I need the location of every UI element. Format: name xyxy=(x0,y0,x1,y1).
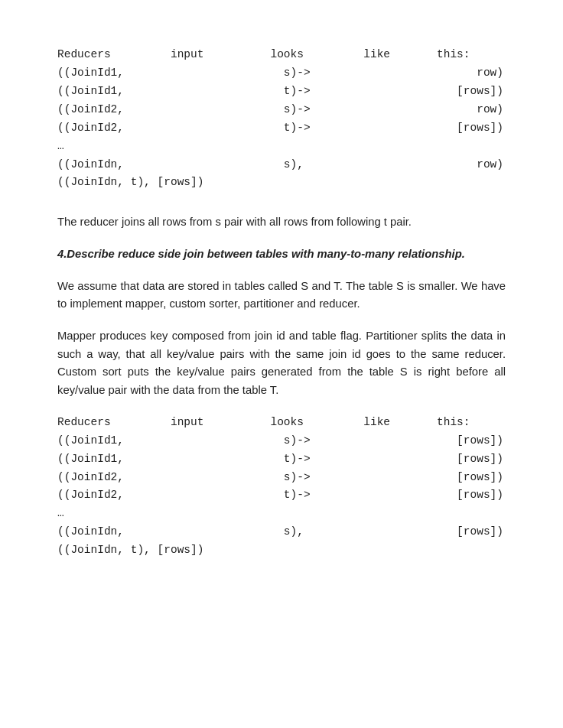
paragraph-1: The reducer joins all rows from s pair w… xyxy=(57,213,506,232)
para-2-text: We assume that data are stored in tables… xyxy=(57,278,506,314)
code-section-2: Reducers input looks like this: ((JoinId… xyxy=(57,414,506,560)
para-1-text: The reducer joins all rows from s pair w… xyxy=(57,213,506,232)
code-section-1: Reducers input looks like this: ((JoinId… xyxy=(57,46,506,192)
code-block-1: Reducers input looks like this: ((JoinId… xyxy=(57,46,506,192)
page-content: Reducers input looks like this: ((JoinId… xyxy=(57,46,506,560)
code-block-2: Reducers input looks like this: ((JoinId… xyxy=(57,414,506,560)
para-3-text: Mapper produces key composed from join i… xyxy=(57,327,506,400)
heading-section-1: 4.Describe reduce side join between tabl… xyxy=(57,245,506,264)
paragraph-3: Mapper produces key composed from join i… xyxy=(57,327,506,400)
heading-1-text: 4.Describe reduce side join between tabl… xyxy=(57,245,506,264)
paragraph-2: We assume that data are stored in tables… xyxy=(57,278,506,314)
